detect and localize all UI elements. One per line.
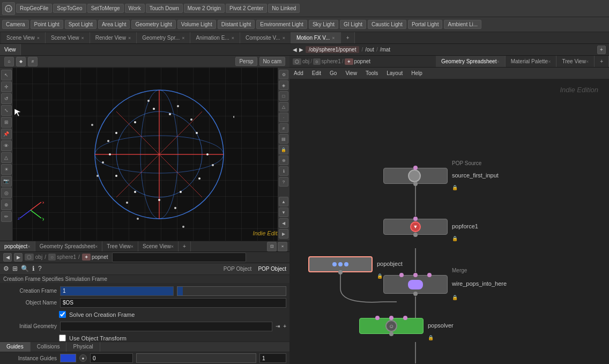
ng-nav-back[interactable]: ◀	[293, 47, 297, 53]
bottom-tab-geosheet[interactable]: Geometry Spreadsheet ×	[35, 241, 103, 251]
viewport-home-icon[interactable]: ⌂	[4, 57, 14, 66]
props-help-icon[interactable]: ?	[38, 265, 42, 272]
menu-add[interactable]: Add	[294, 70, 303, 76]
vrt-help[interactable]: ?	[279, 177, 288, 187]
instance-guides-slider[interactable]	[136, 353, 256, 363]
volumelight-btn[interactable]: Volume Light	[177, 20, 216, 29]
vrt-grid[interactable]: #	[279, 123, 288, 133]
ng-path-out[interactable]: /out	[365, 47, 374, 53]
pivot2center-btn[interactable]: Pivot 2 Center	[226, 4, 267, 13]
tab-btn-collisions[interactable]: Collisions	[31, 342, 67, 352]
creation-frame-input[interactable]	[60, 286, 174, 296]
ng-add-tab[interactable]: +	[597, 46, 606, 54]
vrt-info[interactable]: ℹ	[279, 166, 288, 176]
tool-light[interactable]: ☀	[1, 164, 12, 175]
tool-eye[interactable]: 👁	[1, 140, 12, 151]
tool-scale[interactable]: ⤡	[1, 105, 12, 116]
viewport-tools-icon[interactable]: ◆	[16, 57, 26, 66]
viewport-tab-view[interactable]: View	[0, 44, 21, 55]
vrt-shading[interactable]: □	[279, 91, 288, 101]
ng-path-sphere1[interactable]: /obj/sphere1/popnet	[306, 46, 359, 53]
tool-pin[interactable]: 📌	[1, 129, 12, 139]
props-nav-back[interactable]: ◀	[3, 253, 12, 262]
ng-tab-geosheet[interactable]: Geometry Spreadsheet ×	[436, 56, 506, 67]
instance-guides-value[interactable]	[90, 353, 133, 363]
tab-add[interactable]: +	[341, 32, 355, 43]
instance-guides-dot[interactable]: ●	[79, 354, 87, 362]
node-merge[interactable]: Merge wire_pops_into_here 🔒	[383, 275, 448, 294]
solve-creation-checkbox[interactable]	[59, 311, 66, 318]
tool-move[interactable]: ✛	[1, 81, 12, 92]
props-breadcrumb-obj[interactable]: ⬡ obj	[25, 254, 42, 260]
bottom-tab-add[interactable]: +	[179, 241, 191, 251]
bc-popnet-label[interactable]: popnet	[92, 254, 108, 260]
popforce1-input-port[interactable]	[413, 217, 418, 221]
props-path-input[interactable]	[112, 252, 246, 262]
instance-guides-color[interactable]	[60, 354, 76, 362]
persp-dropdown[interactable]: Persp	[235, 57, 257, 66]
merge-input1-port[interactable]	[399, 273, 404, 277]
ropgeofile-btn[interactable]: RopGeoFile	[16, 4, 52, 13]
bc-popnet[interactable]: ✦ popnet	[82, 254, 108, 261]
portallight-btn[interactable]: Portal Light	[408, 20, 443, 29]
popsource-output-port[interactable]	[413, 182, 418, 186]
props-match-icon[interactable]: ⊞	[12, 265, 18, 272]
vrt-geo[interactable]: △	[279, 102, 288, 112]
tool-rotate[interactable]: ↺	[1, 93, 12, 104]
tab-sceneview2[interactable]: Scene View ×	[46, 32, 90, 43]
tab-composite[interactable]: Composite V... ×	[240, 32, 291, 43]
ng-tab-matpalette[interactable]: Material Palette ×	[506, 56, 557, 67]
bottom-close-icon[interactable]: ×	[278, 242, 287, 251]
menu-view[interactable]: View	[345, 70, 357, 76]
ng-bc-obj[interactable]: obj	[302, 58, 309, 64]
tool-geo[interactable]: △	[1, 152, 12, 163]
vrt-resize3[interactable]: ◀	[279, 218, 288, 228]
vrt-display[interactable]: ◈	[279, 80, 288, 90]
tool-dyn[interactable]: ◎	[1, 188, 12, 198]
causticlight-btn[interactable]: Caustic Light	[368, 20, 406, 29]
merge-input3-port[interactable]	[427, 273, 432, 277]
geolight-btn[interactable]: Geometry Light	[131, 20, 175, 29]
node-popforce1[interactable]: ▼ popforce1 🔒	[383, 219, 448, 235]
ng-tab-treeview[interactable]: Tree View ×	[556, 56, 595, 67]
bc-sphere1[interactable]: ○ sphere1	[48, 254, 76, 261]
tab-motionfx[interactable]: Motion FX V... ×	[291, 32, 341, 43]
menu-edit[interactable]: Edit	[312, 70, 321, 76]
popsolver-input2-port[interactable]	[389, 316, 393, 320]
soptogeo-btn[interactable]: SopToGeo	[53, 4, 86, 13]
gilight-btn[interactable]: GI Light	[340, 20, 366, 29]
vrt-snap[interactable]: ⊕	[279, 155, 288, 165]
use-object-transform-checkbox[interactable]	[59, 335, 66, 341]
distantlight-btn[interactable]: Distant Light	[218, 20, 255, 29]
vrt-settings[interactable]: ⚙	[279, 70, 288, 79]
props-nav-fwd[interactable]: ▶	[14, 253, 23, 262]
popsource-input-port[interactable]	[413, 166, 418, 170]
tool-brush[interactable]: ✏	[1, 211, 12, 222]
initial-geo-input[interactable]	[60, 322, 272, 331]
pointlight-btn[interactable]: Point Light	[31, 20, 63, 29]
settomerge-btn[interactable]: SetToMerge	[87, 4, 124, 13]
node-popobject[interactable]: popobject 🔒	[308, 256, 373, 272]
nolinked-btn[interactable]: No Linked	[268, 4, 300, 13]
popforce1-output-port[interactable]	[413, 233, 418, 237]
bc-obj[interactable]: obj	[35, 254, 42, 260]
houdini-logo-btn[interactable]: H	[2, 2, 15, 15]
tab-geosheet[interactable]: Geometry Spr... ×	[137, 32, 190, 43]
ambientlight-btn[interactable]: Ambient Li...	[444, 20, 481, 29]
object-name-input[interactable]	[60, 298, 286, 308]
bottom-tab-sceneview[interactable]: Scene View ×	[138, 241, 179, 251]
tool-snap[interactable]: ⊕	[1, 199, 12, 210]
nocam-dropdown[interactable]: No cam	[259, 57, 285, 66]
bottom-tab-popobject[interactable]: popobject ×	[0, 241, 35, 251]
initial-geo-link-icon[interactable]: ⇥	[276, 323, 280, 329]
nodegraph-canvas[interactable]: Indie Edition	[289, 79, 609, 364]
bc-sphere1-label[interactable]: sphere1	[57, 254, 76, 260]
menu-layout[interactable]: Layout	[387, 70, 403, 76]
initial-geo-add-icon[interactable]: +	[283, 323, 286, 329]
tab-sceneview1[interactable]: Scene View ×	[1, 32, 46, 43]
node-popsource[interactable]: POP Source source_first_input 🔒	[383, 168, 448, 184]
props-info-icon[interactable]: ℹ	[32, 265, 35, 272]
envlight-btn[interactable]: Environment Light	[256, 20, 307, 29]
spotlight-btn[interactable]: Spot Light	[65, 20, 96, 29]
vrt-particles[interactable]: ·	[279, 113, 288, 122]
